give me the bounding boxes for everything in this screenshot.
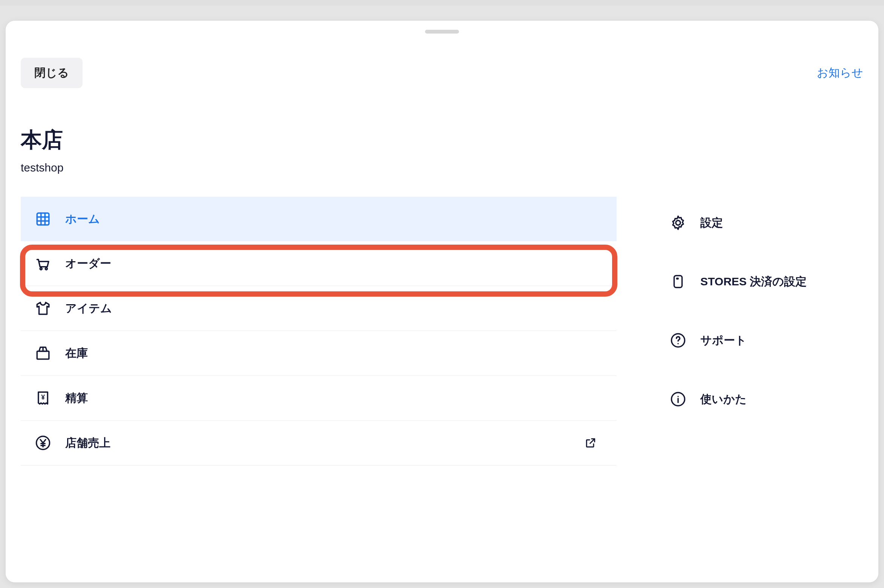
menu-item-item[interactable]: アイテム [21,286,617,331]
svg-point-17 [677,396,679,397]
svg-rect-12 [674,276,682,288]
content: ホーム オーダー [6,197,878,466]
menu-item-home[interactable]: ホーム [21,197,617,241]
help-icon [669,332,687,349]
svg-rect-13 [676,278,679,280]
main-menu: ホーム オーダー [21,197,617,466]
receipt-icon: ¥ [34,389,52,407]
menu-label: ホーム [65,211,603,227]
store-title: 本店 [21,126,863,155]
side-item-payment-settings[interactable]: STORES 決済の設定 [662,262,863,301]
header-section: 本店 testshop [6,88,878,197]
package-icon [34,345,52,362]
device-icon [669,273,687,290]
cart-icon [34,255,52,272]
svg-point-6 [45,268,47,270]
svg-rect-0 [37,213,49,225]
svg-rect-7 [37,351,49,359]
close-button[interactable]: 閉じる [21,58,83,88]
menu-label: 在庫 [65,346,603,361]
menu-item-store-sales[interactable]: 店舗売上 [21,421,617,466]
store-subtitle: testshop [21,161,863,174]
svg-point-5 [40,268,42,270]
info-icon [669,390,687,408]
side-label: 設定 [700,215,723,231]
side-item-support[interactable]: サポート [662,321,863,360]
shirt-icon [34,300,52,317]
topbar: 閉じる お知らせ [6,47,878,88]
svg-point-11 [676,220,680,225]
side-item-howto[interactable]: 使いかた [662,380,863,418]
menu-label: オーダー [65,256,603,271]
notice-link[interactable]: お知らせ [817,65,863,81]
menu-label: 精算 [65,390,603,406]
grid-icon [34,210,52,228]
svg-text:¥: ¥ [41,394,45,401]
gear-icon [669,214,687,231]
svg-point-15 [677,343,679,345]
external-link-icon [582,434,599,452]
yen-circle-icon [34,434,52,452]
menu-item-settlement[interactable]: ¥ 精算 [21,376,617,421]
side-menu: 設定 STORES 決済の設定 [662,197,863,466]
menu-label: 店舗売上 [65,435,568,451]
side-label: サポート [700,333,747,348]
menu-item-stock[interactable]: 在庫 [21,331,617,376]
sheet-handle[interactable] [425,30,459,34]
side-item-settings[interactable]: 設定 [662,204,863,242]
side-label: STORES 決済の設定 [700,274,807,289]
menu-label: アイテム [65,301,603,316]
side-label: 使いかた [700,392,747,407]
modal-sheet: 閉じる お知らせ 本店 testshop [6,21,878,582]
menu-item-order[interactable]: オーダー [21,241,617,286]
